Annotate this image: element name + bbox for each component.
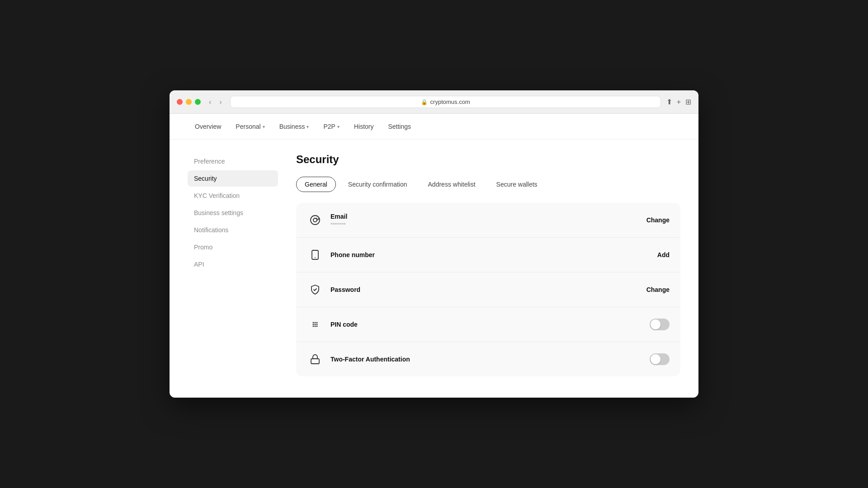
sidebar-item-security[interactable]: Security bbox=[188, 170, 278, 187]
nav-p2p[interactable]: P2P ▾ bbox=[316, 114, 346, 139]
svg-point-4 bbox=[315, 322, 316, 324]
phone-label: Phone number bbox=[330, 251, 650, 258]
pin-label: PIN code bbox=[330, 321, 642, 328]
email-info: Email •••••••• bbox=[330, 213, 639, 227]
sidebar-item-kyc[interactable]: KYC Verification bbox=[188, 188, 278, 204]
svg-point-5 bbox=[316, 322, 318, 324]
nav-overview[interactable]: Overview bbox=[188, 114, 228, 139]
browser-actions: ⬆ + ⊞ bbox=[666, 98, 691, 106]
svg-rect-12 bbox=[311, 359, 319, 364]
lock-icon bbox=[307, 351, 323, 367]
tab-secure-wallets[interactable]: Secure wallets bbox=[488, 177, 546, 192]
browser-controls: ‹ › bbox=[206, 97, 225, 107]
forward-button[interactable]: › bbox=[217, 97, 224, 107]
email-icon bbox=[307, 212, 323, 228]
svg-rect-1 bbox=[312, 250, 318, 259]
pin-info: PIN code bbox=[330, 321, 642, 328]
nav-personal[interactable]: Personal ▾ bbox=[228, 114, 272, 139]
share-button[interactable]: ⬆ bbox=[666, 98, 672, 106]
pin-toggle[interactable] bbox=[650, 319, 670, 330]
page-title: Security bbox=[296, 153, 680, 166]
maximize-button[interactable] bbox=[195, 99, 201, 105]
email-change-button[interactable]: Change bbox=[646, 216, 670, 224]
pin-icon bbox=[307, 316, 323, 333]
address-bar[interactable]: 🔒 cryptomus.com bbox=[230, 96, 661, 108]
chevron-down-icon: ▾ bbox=[307, 124, 309, 129]
traffic-lights bbox=[177, 99, 201, 105]
browser-window: ‹ › 🔒 cryptomus.com ⬆ + ⊞ Overview Perso… bbox=[170, 90, 698, 398]
sidebar-item-business-settings[interactable]: Business settings bbox=[188, 205, 278, 221]
security-row-phone: Phone number Add bbox=[296, 238, 680, 272]
svg-point-8 bbox=[316, 324, 318, 325]
lock-icon: 🔒 bbox=[421, 99, 428, 105]
close-button[interactable] bbox=[177, 99, 183, 105]
tab-security-confirmation[interactable]: Security confirmation bbox=[340, 177, 416, 192]
minimize-button[interactable] bbox=[186, 99, 192, 105]
security-row-2fa: Two-Factor Authentication bbox=[296, 342, 680, 376]
sidebar-item-promo[interactable]: Promo bbox=[188, 239, 278, 255]
svg-point-0 bbox=[311, 216, 320, 225]
svg-point-3 bbox=[313, 322, 314, 324]
password-info: Password bbox=[330, 286, 639, 293]
back-button[interactable]: ‹ bbox=[206, 97, 214, 107]
content-area: Security General Security confirmation A… bbox=[296, 153, 680, 376]
email-label: Email bbox=[330, 213, 639, 220]
svg-point-6 bbox=[313, 324, 314, 325]
sidebar-item-api[interactable]: API bbox=[188, 256, 278, 272]
security-row-pin: PIN code bbox=[296, 307, 680, 342]
grid-button[interactable]: ⊞ bbox=[685, 98, 691, 106]
password-label: Password bbox=[330, 286, 639, 293]
phone-info: Phone number bbox=[330, 251, 650, 258]
email-value: •••••••• bbox=[330, 221, 639, 227]
url-text: cryptomus.com bbox=[430, 99, 470, 105]
security-row-email: Email •••••••• Change bbox=[296, 203, 680, 238]
sidebar: Preference Security KYC Verification Bus… bbox=[188, 153, 278, 376]
svg-point-7 bbox=[315, 324, 316, 325]
svg-point-9 bbox=[313, 326, 314, 327]
security-card: Email •••••••• Change bbox=[296, 203, 680, 376]
sidebar-item-notifications[interactable]: Notifications bbox=[188, 222, 278, 238]
main-layout: Preference Security KYC Verification Bus… bbox=[170, 140, 698, 390]
nav-business[interactable]: Business ▾ bbox=[272, 114, 316, 139]
svg-point-10 bbox=[315, 326, 316, 327]
top-nav: Overview Personal ▾ Business ▾ P2P ▾ His… bbox=[170, 114, 698, 140]
nav-settings[interactable]: Settings bbox=[381, 114, 418, 139]
browser-chrome: ‹ › 🔒 cryptomus.com ⬆ + ⊞ bbox=[170, 90, 698, 114]
phone-icon bbox=[307, 247, 323, 263]
chevron-down-icon: ▾ bbox=[263, 124, 265, 129]
shield-icon bbox=[307, 282, 323, 298]
security-row-password: Password Change bbox=[296, 272, 680, 307]
new-tab-button[interactable]: + bbox=[677, 98, 681, 106]
sidebar-item-preference[interactable]: Preference bbox=[188, 153, 278, 169]
nav-history[interactable]: History bbox=[347, 114, 381, 139]
phone-add-button[interactable]: Add bbox=[657, 251, 670, 258]
app-content: Overview Personal ▾ Business ▾ P2P ▾ His… bbox=[170, 114, 698, 390]
chevron-down-icon: ▾ bbox=[337, 124, 340, 129]
tab-address-whitelist[interactable]: Address whitelist bbox=[420, 177, 484, 192]
tfa-toggle[interactable] bbox=[650, 353, 670, 365]
password-change-button[interactable]: Change bbox=[646, 286, 670, 293]
tfa-label: Two-Factor Authentication bbox=[330, 356, 642, 363]
tab-general[interactable]: General bbox=[296, 177, 336, 192]
svg-point-11 bbox=[316, 326, 318, 327]
tab-bar: General Security confirmation Address wh… bbox=[296, 177, 680, 192]
tfa-info: Two-Factor Authentication bbox=[330, 356, 642, 363]
